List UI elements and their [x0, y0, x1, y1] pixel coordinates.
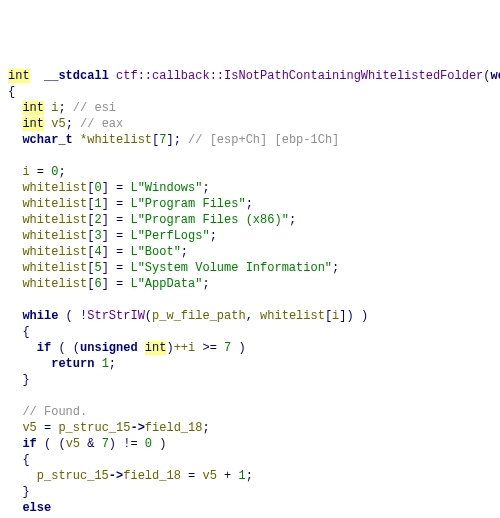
- if-close: }: [8, 484, 492, 500]
- init-i: i = 0;: [8, 164, 492, 180]
- decompiler-code-view[interactable]: int __stdcall ctf::callback::IsNotPathCo…: [8, 68, 492, 518]
- if-v5: if ( (v5 & 7) != 0 ): [8, 436, 492, 452]
- decl-v5: int v5; // eax: [8, 116, 492, 132]
- blank1: [8, 148, 492, 164]
- blank3: [8, 388, 492, 404]
- v5-assign: v5 = p_struc_15->field_18;: [8, 420, 492, 436]
- return1: return 1;: [8, 356, 492, 372]
- while-close: }: [8, 372, 492, 388]
- whitelist-assign-wl4: whitelist[4] = L"Boot";: [8, 244, 492, 260]
- fn-signature: int __stdcall ctf::callback::IsNotPathCo…: [8, 68, 492, 84]
- brace-open: {: [8, 84, 492, 100]
- found-comment: // Found.: [8, 404, 492, 420]
- else: else: [8, 500, 492, 516]
- blank2: [8, 292, 492, 308]
- whitelist-assign-wl3: whitelist[3] = L"PerfLogs";: [8, 228, 492, 244]
- whitelist-assign-wl2: whitelist[2] = L"Program Files (x86)";: [8, 212, 492, 228]
- whitelist-assign-wl6: whitelist[6] = L"AppData";: [8, 276, 492, 292]
- whitelist-assign-wl0: whitelist[0] = L"Windows";: [8, 180, 492, 196]
- if-open: {: [8, 452, 492, 468]
- if-inc: if ( (unsigned int)++i >= 7 ): [8, 340, 492, 356]
- while-open: {: [8, 324, 492, 340]
- whitelist-assign-wl5: whitelist[5] = L"System Volume Informati…: [8, 260, 492, 276]
- decl-i: int i; // esi: [8, 100, 492, 116]
- decl-wl: wchar_t *whitelist[7]; // [esp+Ch] [ebp-…: [8, 132, 492, 148]
- while: while ( !StrStrIW(p_w_file_path, whiteli…: [8, 308, 492, 324]
- field-inc: p_struc_15->field_18 = v5 + 1;: [8, 468, 492, 484]
- whitelist-assign-wl1: whitelist[1] = L"Program Files";: [8, 196, 492, 212]
